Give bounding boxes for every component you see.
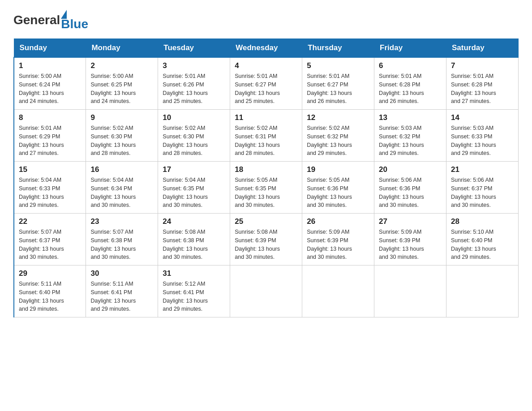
calendar-day-cell: 20Sunrise: 5:06 AMSunset: 6:36 PMDayligh… bbox=[374, 162, 446, 214]
day-number: 13 bbox=[379, 113, 442, 122]
day-info: Sunrise: 5:07 AMSunset: 6:38 PMDaylight:… bbox=[90, 228, 153, 261]
day-number: 28 bbox=[451, 217, 514, 226]
day-info: Sunrise: 5:01 AMSunset: 6:27 PMDaylight:… bbox=[235, 72, 297, 106]
calendar-day-cell: 2Sunrise: 5:00 AMSunset: 6:25 PMDaylight… bbox=[86, 57, 158, 110]
day-info: Sunrise: 5:06 AMSunset: 6:37 PMDaylight:… bbox=[451, 176, 514, 210]
day-info: Sunrise: 5:02 AMSunset: 6:32 PMDaylight:… bbox=[307, 124, 369, 158]
calendar-day-cell: 17Sunrise: 5:04 AMSunset: 6:35 PMDayligh… bbox=[158, 162, 230, 214]
day-number: 4 bbox=[235, 61, 297, 70]
day-info: Sunrise: 5:00 AMSunset: 6:24 PMDaylight:… bbox=[19, 72, 81, 106]
day-info: Sunrise: 5:08 AMSunset: 6:38 PMDaylight:… bbox=[163, 228, 225, 261]
calendar-day-cell: 23Sunrise: 5:07 AMSunset: 6:38 PMDayligh… bbox=[86, 214, 158, 265]
day-number: 12 bbox=[307, 113, 369, 122]
day-number: 24 bbox=[163, 217, 225, 226]
day-number: 1 bbox=[19, 61, 81, 70]
day-number: 29 bbox=[19, 269, 81, 278]
calendar-day-cell: 21Sunrise: 5:06 AMSunset: 6:37 PMDayligh… bbox=[446, 162, 519, 214]
day-number: 17 bbox=[163, 165, 225, 174]
calendar-day-cell bbox=[302, 265, 374, 317]
calendar-week-row: 22Sunrise: 5:07 AMSunset: 6:37 PMDayligh… bbox=[14, 214, 519, 265]
calendar-day-cell: 18Sunrise: 5:05 AMSunset: 6:35 PMDayligh… bbox=[230, 162, 302, 214]
calendar-week-row: 8Sunrise: 5:01 AMSunset: 6:29 PMDaylight… bbox=[14, 110, 519, 162]
logo-general-text: General bbox=[13, 13, 60, 27]
calendar-day-cell: 9Sunrise: 5:02 AMSunset: 6:30 PMDaylight… bbox=[86, 110, 158, 162]
calendar-day-cell bbox=[446, 265, 519, 317]
day-info: Sunrise: 5:06 AMSunset: 6:36 PMDaylight:… bbox=[379, 176, 442, 210]
weekday-header-friday: Friday bbox=[374, 39, 446, 58]
logo-blue-text: Blue bbox=[61, 17, 88, 31]
calendar-table: SundayMondayTuesdayWednesdayThursdayFrid… bbox=[13, 39, 519, 317]
day-number: 22 bbox=[19, 217, 81, 226]
logo: General Blue bbox=[13, 9, 88, 31]
day-number: 11 bbox=[235, 113, 297, 122]
day-number: 16 bbox=[90, 165, 153, 174]
day-number: 25 bbox=[235, 217, 297, 226]
day-number: 3 bbox=[163, 61, 225, 70]
calendar-day-cell: 27Sunrise: 5:09 AMSunset: 6:39 PMDayligh… bbox=[374, 214, 446, 265]
day-number: 8 bbox=[19, 113, 81, 122]
calendar-week-row: 1Sunrise: 5:00 AMSunset: 6:24 PMDaylight… bbox=[14, 57, 519, 110]
calendar-day-cell: 6Sunrise: 5:01 AMSunset: 6:28 PMDaylight… bbox=[374, 57, 446, 110]
day-number: 15 bbox=[19, 165, 81, 174]
day-info: Sunrise: 5:07 AMSunset: 6:37 PMDaylight:… bbox=[19, 228, 81, 261]
day-info: Sunrise: 5:11 AMSunset: 6:41 PMDaylight:… bbox=[90, 280, 153, 313]
calendar-day-cell bbox=[374, 265, 446, 317]
calendar-day-cell: 4Sunrise: 5:01 AMSunset: 6:27 PMDaylight… bbox=[230, 57, 302, 110]
day-number: 14 bbox=[451, 113, 514, 122]
day-number: 19 bbox=[307, 165, 369, 174]
weekday-header-monday: Monday bbox=[86, 39, 158, 58]
calendar-day-cell: 16Sunrise: 5:04 AMSunset: 6:34 PMDayligh… bbox=[86, 162, 158, 214]
calendar-day-cell: 7Sunrise: 5:01 AMSunset: 6:28 PMDaylight… bbox=[446, 57, 519, 110]
calendar-day-cell: 1Sunrise: 5:00 AMSunset: 6:24 PMDaylight… bbox=[14, 57, 86, 110]
day-info: Sunrise: 5:01 AMSunset: 6:29 PMDaylight:… bbox=[19, 124, 81, 158]
calendar-day-cell: 22Sunrise: 5:07 AMSunset: 6:37 PMDayligh… bbox=[14, 214, 86, 265]
day-info: Sunrise: 5:12 AMSunset: 6:41 PMDaylight:… bbox=[163, 280, 225, 313]
day-info: Sunrise: 5:04 AMSunset: 6:34 PMDaylight:… bbox=[90, 176, 153, 210]
day-info: Sunrise: 5:05 AMSunset: 6:36 PMDaylight:… bbox=[307, 176, 369, 210]
calendar-day-cell: 13Sunrise: 5:03 AMSunset: 6:32 PMDayligh… bbox=[374, 110, 446, 162]
day-info: Sunrise: 5:02 AMSunset: 6:30 PMDaylight:… bbox=[163, 124, 225, 158]
day-info: Sunrise: 5:05 AMSunset: 6:35 PMDaylight:… bbox=[235, 176, 297, 210]
day-number: 2 bbox=[90, 61, 153, 70]
calendar-day-cell: 14Sunrise: 5:03 AMSunset: 6:33 PMDayligh… bbox=[446, 110, 519, 162]
calendar-day-cell: 10Sunrise: 5:02 AMSunset: 6:30 PMDayligh… bbox=[158, 110, 230, 162]
calendar-day-cell: 25Sunrise: 5:08 AMSunset: 6:39 PMDayligh… bbox=[230, 214, 302, 265]
day-info: Sunrise: 5:01 AMSunset: 6:28 PMDaylight:… bbox=[451, 72, 514, 106]
weekday-header-sunday: Sunday bbox=[14, 39, 86, 58]
weekday-header-saturday: Saturday bbox=[446, 39, 519, 58]
calendar-day-cell: 28Sunrise: 5:10 AMSunset: 6:40 PMDayligh… bbox=[446, 214, 519, 265]
calendar-day-cell: 26Sunrise: 5:09 AMSunset: 6:39 PMDayligh… bbox=[302, 214, 374, 265]
day-info: Sunrise: 5:03 AMSunset: 6:32 PMDaylight:… bbox=[379, 124, 442, 158]
calendar-day-cell: 31Sunrise: 5:12 AMSunset: 6:41 PMDayligh… bbox=[158, 265, 230, 317]
day-number: 18 bbox=[235, 165, 297, 174]
day-number: 31 bbox=[163, 269, 225, 278]
day-info: Sunrise: 5:10 AMSunset: 6:40 PMDaylight:… bbox=[451, 228, 514, 261]
day-info: Sunrise: 5:00 AMSunset: 6:25 PMDaylight:… bbox=[90, 72, 153, 106]
calendar-day-cell: 15Sunrise: 5:04 AMSunset: 6:33 PMDayligh… bbox=[14, 162, 86, 214]
day-info: Sunrise: 5:04 AMSunset: 6:33 PMDaylight:… bbox=[19, 176, 81, 210]
weekday-header-row: SundayMondayTuesdayWednesdayThursdayFrid… bbox=[14, 39, 519, 58]
weekday-header-thursday: Thursday bbox=[302, 39, 374, 58]
day-number: 30 bbox=[90, 269, 153, 278]
calendar-day-cell: 8Sunrise: 5:01 AMSunset: 6:29 PMDaylight… bbox=[14, 110, 86, 162]
day-number: 27 bbox=[379, 217, 442, 226]
calendar-week-row: 15Sunrise: 5:04 AMSunset: 6:33 PMDayligh… bbox=[14, 162, 519, 214]
day-info: Sunrise: 5:03 AMSunset: 6:33 PMDaylight:… bbox=[451, 124, 514, 158]
day-info: Sunrise: 5:02 AMSunset: 6:31 PMDaylight:… bbox=[235, 124, 297, 158]
day-info: Sunrise: 5:01 AMSunset: 6:26 PMDaylight:… bbox=[163, 72, 225, 106]
day-info: Sunrise: 5:09 AMSunset: 6:39 PMDaylight:… bbox=[307, 228, 369, 261]
day-number: 7 bbox=[451, 61, 514, 70]
calendar-day-cell bbox=[230, 265, 302, 317]
day-info: Sunrise: 5:01 AMSunset: 6:27 PMDaylight:… bbox=[307, 72, 369, 106]
calendar-day-cell: 19Sunrise: 5:05 AMSunset: 6:36 PMDayligh… bbox=[302, 162, 374, 214]
weekday-header-wednesday: Wednesday bbox=[230, 39, 302, 58]
day-info: Sunrise: 5:11 AMSunset: 6:40 PMDaylight:… bbox=[19, 280, 81, 313]
day-info: Sunrise: 5:09 AMSunset: 6:39 PMDaylight:… bbox=[379, 228, 442, 261]
day-number: 9 bbox=[90, 113, 153, 122]
calendar-week-row: 29Sunrise: 5:11 AMSunset: 6:40 PMDayligh… bbox=[14, 265, 519, 317]
calendar-day-cell: 24Sunrise: 5:08 AMSunset: 6:38 PMDayligh… bbox=[158, 214, 230, 265]
calendar-day-cell: 5Sunrise: 5:01 AMSunset: 6:27 PMDaylight… bbox=[302, 57, 374, 110]
day-number: 26 bbox=[307, 217, 369, 226]
calendar-day-cell: 29Sunrise: 5:11 AMSunset: 6:40 PMDayligh… bbox=[14, 265, 86, 317]
day-number: 10 bbox=[163, 113, 225, 122]
